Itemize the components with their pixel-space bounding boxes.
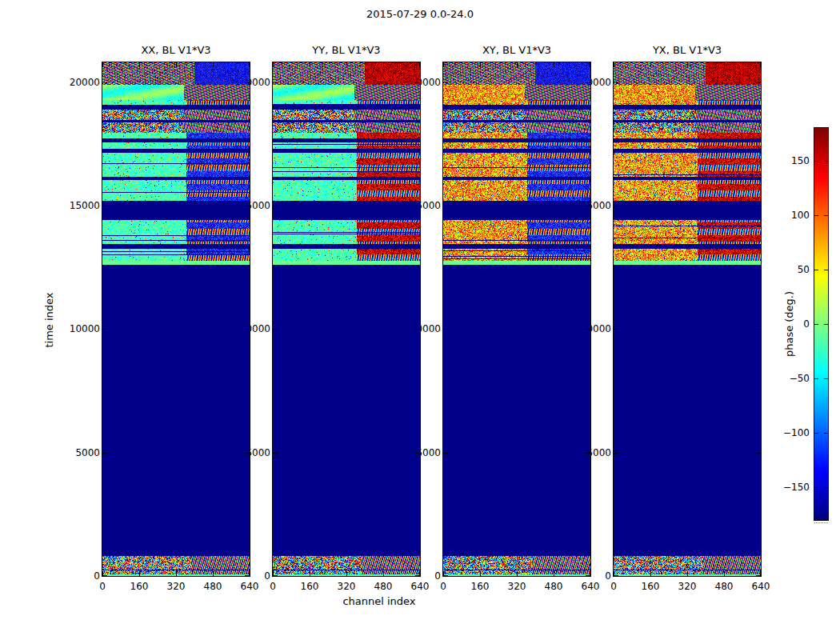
colorbar-tick-label: 100: [770, 209, 810, 222]
colorbar-gradient: [814, 128, 828, 520]
x-tick-label: 0: [596, 580, 631, 593]
colorbar: [814, 127, 829, 521]
y-tick-label: 15000: [55, 199, 100, 212]
panel-yy: [272, 62, 421, 577]
colorbar-tick-label: 50: [770, 263, 810, 276]
figure: 2015-07-29 0.0-24.0 XX, BL V1*V305000100…: [0, 0, 840, 640]
x-tick-label: 160: [633, 580, 668, 593]
x-tick-label: 160: [292, 580, 327, 593]
x-tick-label: 480: [366, 580, 401, 593]
panel-yx: [613, 62, 762, 577]
panel-title-yy: YY, BL V1*V3: [273, 44, 420, 56]
x-tick-label: 480: [195, 580, 230, 593]
x-tick-label: 0: [85, 580, 120, 593]
panel-heatmap-xy: [443, 62, 590, 576]
x-tick-label: 640: [743, 580, 778, 593]
y-axis-label: time index: [43, 272, 56, 368]
panel-title-yx: YX, BL V1*V3: [614, 44, 761, 56]
panel-heatmap-yx: [614, 62, 761, 576]
x-tick-label: 320: [499, 580, 534, 593]
panel-title-xy: XY, BL V1*V3: [443, 44, 590, 56]
x-tick-label: 160: [122, 580, 157, 593]
panel-title-xx: XX, BL V1*V3: [102, 44, 250, 56]
colorbar-tick-label: −50: [770, 372, 810, 385]
x-tick-label: 160: [462, 580, 498, 593]
colorbar-label: phase (deg.): [783, 276, 796, 372]
x-tick-label: 480: [706, 580, 742, 593]
x-tick-label: 480: [536, 580, 571, 593]
colorbar-bottom-dotted: [814, 522, 828, 523]
colorbar-tick-label: −100: [770, 426, 810, 439]
x-tick-label: 0: [255, 580, 290, 593]
x-tick-label: 320: [670, 580, 705, 593]
x-axis-label: channel index: [299, 595, 459, 607]
colorbar-tick-label: 150: [770, 154, 810, 167]
panel-xy: [442, 62, 591, 577]
y-tick-label: 20000: [55, 76, 100, 89]
y-tick-label: 10000: [55, 322, 100, 335]
x-tick-label: 0: [426, 580, 461, 593]
panel-heatmap-xx: [102, 62, 250, 576]
figure-title: 2015-07-29 0.0-24.0: [0, 8, 840, 20]
panel-heatmap-yy: [273, 62, 420, 576]
x-tick-label: 320: [158, 580, 194, 593]
panel-xx: [102, 62, 250, 577]
colorbar-tick-label: −150: [770, 481, 810, 494]
y-tick-label: 5000: [55, 446, 100, 459]
x-tick-label: 320: [329, 580, 364, 593]
